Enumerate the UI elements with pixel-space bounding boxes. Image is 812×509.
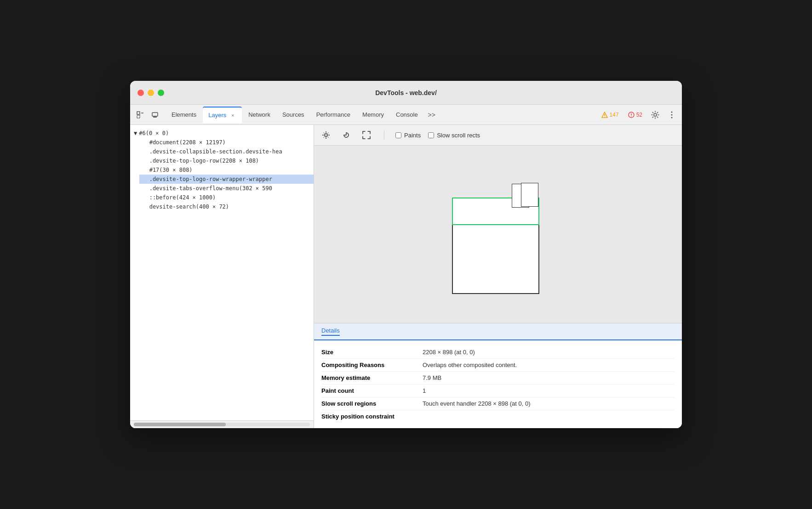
- more-tabs-icon[interactable]: >>: [425, 108, 438, 121]
- paints-checkbox-group[interactable]: Paints: [395, 132, 421, 139]
- layer-visualization: [438, 170, 558, 299]
- svg-line-22: [328, 133, 329, 134]
- svg-line-20: [324, 133, 325, 134]
- detail-label-size: Size: [321, 349, 423, 356]
- toolbar-right: 147 52: [599, 108, 678, 121]
- svg-point-7: [604, 116, 605, 117]
- detail-row-paint: Paint count 1: [321, 385, 675, 397]
- detail-row-slow-scroll: Slow scroll regions Touch event handler …: [321, 397, 675, 410]
- tab-console[interactable]: Console: [390, 107, 423, 123]
- layer-id17-label: #17(30 × 808): [139, 167, 193, 173]
- detail-value-memory: 7.9 MB: [423, 374, 441, 381]
- device-toolbar-icon[interactable]: [149, 108, 161, 121]
- detail-row-memory: Memory estimate 7.9 MB: [321, 372, 675, 385]
- tab-memory[interactable]: Memory: [357, 107, 389, 123]
- devtools-window: DevTools - web.dev/ Elements: [130, 81, 682, 428]
- close-button[interactable]: [137, 90, 144, 96]
- detail-row-sticky: Sticky position constraint: [321, 410, 675, 423]
- right-panel: Paints Slow scroll rects: [314, 125, 682, 428]
- layer-logo-row-label: .devsite-top-logo-row(2208 × 108): [139, 158, 259, 164]
- detail-label-paint: Paint count: [321, 387, 423, 394]
- canvas-viewport: [314, 146, 682, 323]
- layer-search-label: devsite-search(400 × 72): [139, 204, 229, 210]
- settings-icon[interactable]: [649, 108, 662, 121]
- layer-item-collapsible[interactable]: .devsite-collapsible-section.devsite-hea: [139, 147, 314, 156]
- canvas-toolbar: Paints Slow scroll rects: [314, 125, 682, 146]
- maximize-button[interactable]: [158, 90, 164, 96]
- slow-scroll-checkbox-group[interactable]: Slow scroll rects: [428, 132, 480, 139]
- svg-rect-3: [152, 113, 158, 116]
- tab-sources[interactable]: Sources: [277, 107, 310, 123]
- details-content: Size 2208 × 898 (at 0, 0) Compositing Re…: [314, 340, 682, 428]
- more-options-icon[interactable]: [665, 108, 678, 121]
- layer-item-before[interactable]: ::before(424 × 1000): [139, 193, 314, 202]
- layer-item-logo-row[interactable]: .devsite-top-logo-row(2208 × 108): [139, 156, 314, 165]
- paints-checkbox[interactable]: [395, 132, 401, 138]
- paints-label: Paints: [404, 132, 421, 139]
- tab-elements[interactable]: Elements: [166, 107, 202, 123]
- warning-badge[interactable]: 147: [599, 111, 622, 119]
- svg-rect-1: [137, 115, 140, 118]
- rotate-tool-btn[interactable]: [340, 129, 353, 141]
- error-count: 52: [636, 112, 642, 118]
- detail-label-memory: Memory estimate: [321, 374, 423, 381]
- layer-item-logo-row-wrapper[interactable]: .devsite-top-logo-row-wrapper-wrapper: [139, 175, 314, 184]
- detail-value-slow-scroll: Touch event handler 2208 × 898 (at 0, 0): [423, 400, 531, 407]
- fit-tool-btn[interactable]: [360, 129, 373, 141]
- pan-tool-btn[interactable]: [320, 129, 332, 141]
- main-content: ▼ #6(0 × 0) #document(2208 × 12197) .dev…: [130, 125, 682, 428]
- details-tab[interactable]: Details: [321, 327, 340, 336]
- tab-performance[interactable]: Performance: [311, 107, 356, 123]
- svg-point-13: [671, 114, 673, 115]
- layer-item-tabs-overflow[interactable]: .devsite-tabs-overflow-menu(302 × 590: [139, 184, 314, 193]
- tab-bar: Elements Layers × Network Sources Perfor…: [130, 105, 682, 125]
- layer-item-id17[interactable]: #17(30 × 808): [139, 165, 314, 175]
- layer-logo-wrapper-label: .devsite-top-logo-row-wrapper-wrapper: [139, 176, 272, 182]
- svg-rect-0: [137, 112, 140, 114]
- svg-line-21: [328, 137, 329, 138]
- tab-layers[interactable]: Layers ×: [203, 107, 242, 123]
- layer-before-label: ::before(424 × 1000): [139, 194, 216, 201]
- warning-count: 147: [610, 112, 619, 118]
- layer-collapsible-label: .devsite-collapsible-section.devsite-hea: [139, 148, 282, 155]
- slow-scroll-label: Slow scroll rects: [437, 132, 480, 139]
- title-bar: DevTools - web.dev/: [130, 81, 682, 105]
- layer-tabs-overflow-label: .devsite-tabs-overflow-menu(302 × 590: [139, 185, 272, 192]
- layer-tree: ▼ #6(0 × 0) #document(2208 × 12197) .dev…: [130, 125, 314, 215]
- divider: [384, 130, 384, 140]
- svg-point-11: [654, 113, 657, 116]
- window-title: DevTools - web.dev/: [375, 89, 437, 96]
- layer-box2: [521, 183, 538, 207]
- traffic-lights: [137, 90, 164, 96]
- element-selector-icon[interactable]: [134, 108, 147, 121]
- minimize-button[interactable]: [148, 90, 154, 96]
- layers-panel: ▼ #6(0 × 0) #document(2208 × 12197) .dev…: [130, 125, 314, 428]
- tree-arrow: ▼: [134, 130, 137, 136]
- toolbar-left-icons: [134, 108, 161, 121]
- layer-document-label: #document(2208 × 12197): [139, 139, 226, 146]
- svg-point-14: [671, 117, 673, 118]
- svg-line-23: [324, 137, 325, 138]
- detail-label-slow-scroll: Slow scroll regions: [321, 400, 423, 407]
- detail-value-size: 2208 × 898 (at 0, 0): [423, 349, 475, 356]
- layer-item-root[interactable]: ▼ #6(0 × 0): [130, 129, 314, 138]
- tab-network[interactable]: Network: [243, 107, 276, 123]
- details-panel: Details Size 2208 × 898 (at 0, 0) Compos…: [314, 323, 682, 428]
- layer-root-label: #6(0 × 0): [139, 130, 169, 136]
- tab-layers-close[interactable]: ×: [229, 112, 236, 119]
- svg-point-15: [325, 134, 327, 136]
- error-badge[interactable]: 52: [625, 111, 645, 119]
- detail-label-compositing: Compositing Reasons: [321, 362, 423, 368]
- horizontal-scrollbar[interactable]: [134, 423, 310, 426]
- scrollbar-thumb[interactable]: [134, 423, 226, 426]
- layer-item-search[interactable]: devsite-search(400 × 72): [139, 202, 314, 211]
- svg-point-10: [631, 116, 631, 116]
- detail-value-paint: 1: [423, 387, 426, 394]
- detail-label-sticky: Sticky position constraint: [321, 413, 423, 420]
- detail-row-size: Size 2208 × 898 (at 0, 0): [321, 346, 675, 359]
- slow-scroll-checkbox[interactable]: [428, 132, 434, 138]
- svg-point-12: [671, 111, 673, 113]
- layer-item-document[interactable]: #document(2208 × 12197): [139, 138, 314, 147]
- detail-value-compositing: Overlaps other composited content.: [423, 362, 517, 368]
- detail-row-compositing: Compositing Reasons Overlaps other compo…: [321, 359, 675, 372]
